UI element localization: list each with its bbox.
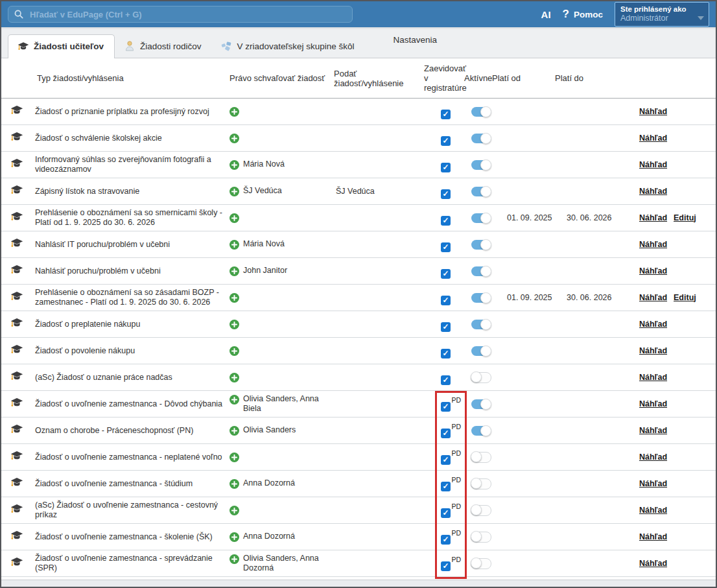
active-toggle[interactable]	[471, 558, 491, 569]
add-approver-button[interactable]	[229, 187, 239, 196]
tab-zriadovatelska-skupina[interactable]: V zriadovateľskej skupine škôl	[212, 35, 365, 58]
active-toggle[interactable]	[471, 187, 491, 196]
active-toggle[interactable]	[471, 452, 491, 463]
preview-link[interactable]: Náhľad	[639, 187, 667, 196]
active-toggle[interactable]	[471, 372, 491, 383]
registry-checkbox[interactable]: ✓	[441, 242, 451, 252]
add-approver-button[interactable]	[229, 395, 239, 405]
help-button[interactable]: ? Pomoc	[563, 8, 603, 21]
registry-checkbox[interactable]: ✓	[441, 402, 451, 412]
tab-label: Žiadosti rodičov	[140, 41, 202, 51]
add-approver-button[interactable]	[229, 320, 239, 329]
preview-link[interactable]: Náhľad	[639, 107, 667, 117]
add-approver-button[interactable]	[229, 266, 239, 276]
add-approver-button[interactable]	[229, 453, 239, 462]
valid-to-value	[564, 403, 634, 405]
preview-link[interactable]: Náhľad	[639, 559, 667, 569]
active-toggle[interactable]	[471, 213, 491, 223]
search-icon	[14, 10, 23, 19]
registry-checkbox[interactable]: ✓	[441, 561, 451, 571]
registry-checkbox[interactable]: ✓	[441, 322, 451, 332]
registry-checkbox[interactable]: ✓	[441, 110, 451, 119]
add-approver-button[interactable]	[229, 240, 239, 250]
preview-link[interactable]: Náhľad	[639, 479, 667, 489]
active-toggle[interactable]	[471, 320, 491, 329]
registry-checkbox[interactable]: ✓	[441, 189, 451, 199]
preview-link[interactable]: Náhľad	[639, 373, 667, 382]
preview-link[interactable]: Náhľad	[639, 506, 667, 515]
preview-link[interactable]: Náhľad	[639, 266, 667, 276]
active-toggle[interactable]	[471, 478, 491, 489]
row-actions: Náhľad	[634, 106, 716, 118]
registry-checkbox[interactable]: ✓	[441, 296, 451, 305]
registry-checkbox[interactable]: ✓	[441, 455, 451, 465]
tab-nastavenia[interactable]: Nastavenia	[384, 27, 448, 51]
add-approver-button[interactable]	[229, 346, 239, 356]
submitter-names	[333, 163, 421, 166]
add-approver-button[interactable]	[229, 479, 239, 489]
registry-checkbox[interactable]: ✓	[441, 163, 451, 172]
active-toggle[interactable]	[471, 505, 491, 516]
preview-link[interactable]: Náhľad	[639, 293, 667, 303]
preview-link[interactable]: Náhľad	[639, 426, 667, 436]
valid-to-value	[564, 137, 634, 139]
add-approver-button[interactable]	[229, 213, 239, 223]
preview-link[interactable]: Náhľad	[639, 453, 667, 462]
active-toggle[interactable]	[471, 399, 491, 409]
tab-ziadosti-ucitelov[interactable]: Žiadosti učiteľov	[8, 34, 115, 58]
active-toggle[interactable]	[471, 160, 491, 170]
preview-link[interactable]: Náhľad	[639, 399, 667, 409]
registry-checkbox[interactable]: ✓	[441, 136, 451, 146]
graduation-cap-icon	[10, 291, 23, 304]
tab-ziadosti-rodicov[interactable]: Žiadosti rodičov	[115, 35, 212, 58]
active-toggle[interactable]	[471, 293, 491, 303]
edit-link[interactable]: Edituj	[674, 293, 696, 303]
preview-link[interactable]: Náhľad	[639, 160, 667, 170]
row-actions: Náhľad	[634, 239, 716, 251]
preview-link[interactable]: Náhľad	[639, 532, 667, 542]
graduation-cap-icon	[10, 158, 23, 171]
table-row: Žiadosť o uvoľnenie zamestnanca - neplat…	[1, 444, 716, 471]
pd-tag: PD	[451, 555, 461, 565]
add-approver-button[interactable]	[229, 373, 239, 382]
edit-link[interactable]: Edituj	[674, 213, 696, 223]
registry-checkbox[interactable]: ✓	[441, 508, 451, 518]
logged-in-user-dropdown[interactable]: Ste prihlásený ako Administrátor	[615, 2, 709, 27]
add-approver-button[interactable]	[229, 426, 239, 436]
active-toggle[interactable]	[471, 346, 491, 356]
preview-link[interactable]: Náhľad	[639, 320, 667, 329]
active-toggle[interactable]	[471, 532, 491, 543]
active-toggle[interactable]	[471, 240, 491, 250]
registry-checkbox[interactable]: ✓	[441, 482, 451, 491]
preview-link[interactable]: Náhľad	[639, 240, 667, 250]
add-approver-button[interactable]	[229, 532, 239, 542]
registry-cell: ✓	[441, 316, 461, 332]
graduation-cap-icon	[10, 397, 23, 410]
registry-checkbox[interactable]: ✓	[441, 216, 451, 226]
preview-link[interactable]: Náhľad	[639, 213, 667, 223]
table-row: (aSc) Žiadosť o uznanie práce nadčas ✓ N…	[1, 364, 716, 391]
registry-checkbox[interactable]: ✓	[441, 535, 451, 545]
ai-button[interactable]: AI	[541, 9, 551, 20]
active-toggle[interactable]	[471, 426, 491, 436]
active-toggle[interactable]	[471, 107, 491, 117]
request-type-label: Žiadosť o uvoľnenie zamestnanca - Dôvod …	[32, 398, 227, 410]
add-approver-button[interactable]	[229, 554, 239, 564]
preview-link[interactable]: Náhľad	[639, 134, 667, 143]
registry-checkbox[interactable]: ✓	[441, 375, 451, 385]
active-toggle[interactable]	[471, 134, 491, 143]
registry-checkbox[interactable]: ✓	[441, 349, 451, 359]
active-toggle[interactable]	[471, 266, 491, 276]
search-input[interactable]	[29, 9, 346, 20]
registry-checkbox[interactable]: ✓	[441, 269, 451, 279]
registry-cell: ✓ PD	[441, 423, 461, 438]
add-approver-button[interactable]	[229, 107, 239, 117]
valid-from-value	[499, 349, 564, 352]
add-approver-button[interactable]	[229, 293, 239, 303]
add-approver-button[interactable]	[229, 134, 239, 143]
preview-link[interactable]: Náhľad	[639, 346, 667, 356]
search-box[interactable]	[8, 6, 353, 23]
add-approver-button[interactable]	[229, 506, 239, 515]
registry-checkbox[interactable]: ✓	[441, 429, 451, 438]
add-approver-button[interactable]	[229, 160, 239, 170]
